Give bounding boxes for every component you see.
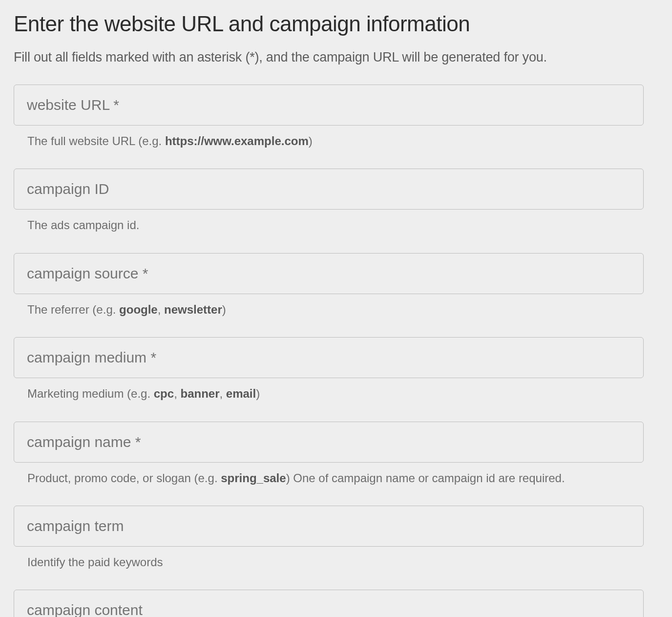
website-url-helper: The full website URL (e.g. https://www.e… (27, 133, 644, 149)
field-group-campaign-medium: Marketing medium (e.g. cpc, banner, emai… (14, 337, 644, 402)
field-group-campaign-content: Use to differentiate ads (14, 590, 644, 617)
campaign-url-builder-form: Enter the website URL and campaign infor… (0, 0, 672, 617)
campaign-source-helper: The referrer (e.g. google, newsletter) (27, 302, 644, 318)
campaign-name-helper: Product, promo code, or slogan (e.g. spr… (27, 470, 644, 486)
campaign-term-input[interactable] (14, 506, 644, 547)
website-url-input[interactable] (14, 85, 644, 126)
field-group-campaign-term: Identify the paid keywords (14, 506, 644, 570)
campaign-medium-helper: Marketing medium (e.g. cpc, banner, emai… (27, 386, 644, 402)
page-title: Enter the website URL and campaign infor… (14, 12, 658, 36)
campaign-source-input[interactable] (14, 253, 644, 294)
field-group-campaign-name: Product, promo code, or slogan (e.g. spr… (14, 422, 644, 486)
campaign-term-helper: Identify the paid keywords (27, 554, 644, 570)
campaign-name-input[interactable] (14, 422, 644, 463)
field-group-campaign-source: The referrer (e.g. google, newsletter) (14, 253, 644, 318)
campaign-id-input[interactable] (14, 169, 644, 210)
field-group-campaign-id: The ads campaign id. (14, 169, 644, 233)
campaign-medium-input[interactable] (14, 337, 644, 378)
field-group-website-url: The full website URL (e.g. https://www.e… (14, 85, 644, 149)
campaign-content-input[interactable] (14, 590, 644, 617)
campaign-id-helper: The ads campaign id. (27, 217, 644, 233)
page-subtitle: Fill out all fields marked with an aster… (14, 50, 658, 65)
